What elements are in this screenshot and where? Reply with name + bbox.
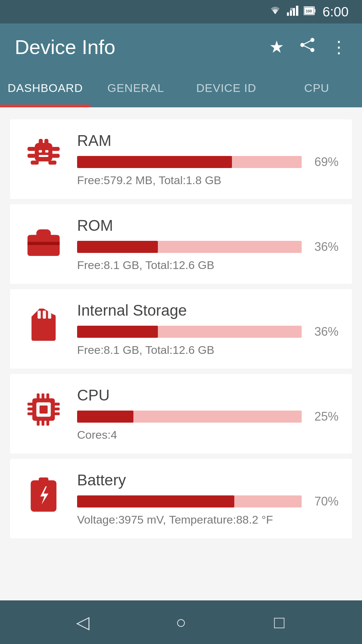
svg-rect-37 (37, 393, 40, 399)
svg-text:H: H (290, 7, 293, 11)
cpu-icon (23, 389, 64, 430)
rom-bar-row: 36% (77, 240, 339, 254)
cpu-body: CPU 25% Cores:4 (77, 386, 339, 441)
svg-rect-40 (37, 420, 40, 426)
battery-metric-row: Battery 70% Voltage:3975 mV, Temperature… (10, 459, 352, 538)
svg-rect-30 (27, 242, 60, 245)
svg-rect-19 (27, 154, 36, 158)
svg-rect-16 (44, 139, 48, 145)
status-bar: H 100 6:00 (0, 0, 362, 23)
svg-rect-38 (42, 393, 44, 399)
tab-cpu[interactable]: CPU (272, 70, 362, 107)
cpu-bar-row: 25% (77, 410, 339, 424)
rom-metric-row: ROM 36% Free:8.1 GB, Total:12.6 GB (10, 204, 352, 284)
back-button[interactable]: ◁ (68, 607, 98, 637)
svg-rect-0 (287, 12, 289, 16)
svg-rect-22 (45, 150, 49, 153)
svg-rect-41 (42, 420, 44, 426)
storage-bar-track (77, 326, 302, 338)
svg-rect-32 (43, 311, 46, 319)
storage-bar-fill (77, 326, 158, 338)
more-button[interactable]: ⋮ (330, 37, 347, 57)
home-button[interactable]: ○ (166, 607, 196, 637)
svg-rect-18 (52, 147, 60, 151)
ram-percent: 69% (308, 155, 339, 169)
status-icons: H 100 (269, 6, 316, 18)
svg-rect-24 (31, 161, 39, 165)
svg-rect-14 (35, 143, 53, 161)
svg-text:100: 100 (306, 9, 312, 13)
battery-title: Battery (77, 471, 339, 489)
svg-rect-23 (39, 155, 49, 157)
svg-rect-50 (39, 478, 49, 482)
svg-rect-43 (27, 403, 33, 406)
ram-body: RAM 69% Free:579.2 MB, Total:1.8 GB (77, 131, 339, 187)
svg-rect-2 (293, 8, 295, 16)
svg-rect-42 (46, 420, 49, 426)
svg-rect-31 (38, 311, 41, 319)
rom-icon (23, 220, 64, 260)
battery-icon (23, 474, 64, 515)
rom-bar-track (77, 241, 302, 253)
ram-metric-row: RAM 69% Free:579.2 MB, Total:1.8 GB (10, 119, 352, 199)
battery-percent: 70% (308, 494, 339, 508)
recent-button[interactable]: □ (264, 607, 294, 637)
battery-bar-row: 70% (77, 494, 339, 508)
cpu-detail: Cores:4 (77, 428, 339, 441)
battery-detail: Voltage:3975 mV, Temperature:88.2 °F (77, 513, 339, 526)
ram-icon (23, 135, 64, 175)
tab-bar: DASHBOARD GENERAL DEVICE ID CPU (0, 70, 362, 107)
svg-rect-17 (27, 147, 36, 151)
svg-rect-21 (39, 150, 42, 153)
svg-rect-44 (27, 408, 33, 410)
rom-title: ROM (77, 216, 339, 234)
signal-icon: H (287, 6, 298, 18)
svg-rect-39 (46, 393, 49, 399)
svg-rect-48 (54, 412, 60, 415)
rom-bar-fill (77, 241, 158, 253)
storage-icon (23, 305, 64, 345)
svg-rect-25 (48, 161, 56, 165)
battery-body: Battery 70% Voltage:3975 mV, Temperature… (77, 471, 339, 526)
tab-device-id[interactable]: DEVICE ID (181, 70, 272, 107)
cpu-bar-track (77, 411, 302, 423)
bottom-nav: ◁ ○ □ (0, 600, 362, 644)
svg-rect-1 (290, 10, 292, 16)
cpu-bar-fill (77, 411, 133, 423)
cpu-title: CPU (77, 386, 339, 404)
svg-line-12 (302, 40, 312, 45)
svg-rect-47 (54, 408, 60, 410)
storage-title: Internal Storage (77, 301, 339, 319)
storage-body: Internal Storage 36% Free:8.1 GB, Total:… (77, 301, 339, 357)
battery-bar-fill (77, 495, 234, 507)
svg-rect-29 (27, 235, 60, 256)
content-area: RAM 69% Free:579.2 MB, Total:1.8 GB R (0, 107, 362, 600)
svg-rect-46 (54, 403, 60, 406)
rom-detail: Free:8.1 GB, Total:12.6 GB (77, 259, 339, 272)
status-time: 6:00 (322, 4, 349, 19)
wifi-icon (269, 6, 282, 18)
svg-rect-20 (52, 154, 60, 158)
battery-status-icon: 100 (304, 6, 316, 18)
svg-rect-45 (27, 412, 33, 415)
svg-rect-36 (40, 406, 48, 414)
ram-bar-track (77, 156, 302, 168)
ram-bar-fill (77, 156, 232, 168)
rom-percent: 36% (308, 240, 339, 254)
storage-percent: 36% (308, 325, 339, 339)
svg-line-13 (302, 45, 312, 50)
app-bar-actions: ★ ⋮ (269, 37, 347, 57)
app-title: Device Info (15, 36, 262, 59)
ram-detail: Free:579.2 MB, Total:1.8 GB (77, 174, 339, 187)
storage-detail: Free:8.1 GB, Total:12.6 GB (77, 343, 339, 357)
app-bar: Device Info ★ ⋮ (0, 23, 362, 70)
tab-dashboard[interactable]: DASHBOARD (0, 70, 90, 107)
storage-metric-row: Internal Storage 36% Free:8.1 GB, Total:… (10, 289, 352, 369)
rom-body: ROM 36% Free:8.1 GB, Total:12.6 GB (77, 216, 339, 272)
svg-rect-33 (48, 311, 51, 319)
star-button[interactable]: ★ (269, 37, 284, 57)
svg-rect-3 (296, 6, 298, 16)
svg-rect-15 (39, 139, 43, 145)
tab-general[interactable]: GENERAL (90, 70, 181, 107)
share-button[interactable] (299, 37, 316, 57)
